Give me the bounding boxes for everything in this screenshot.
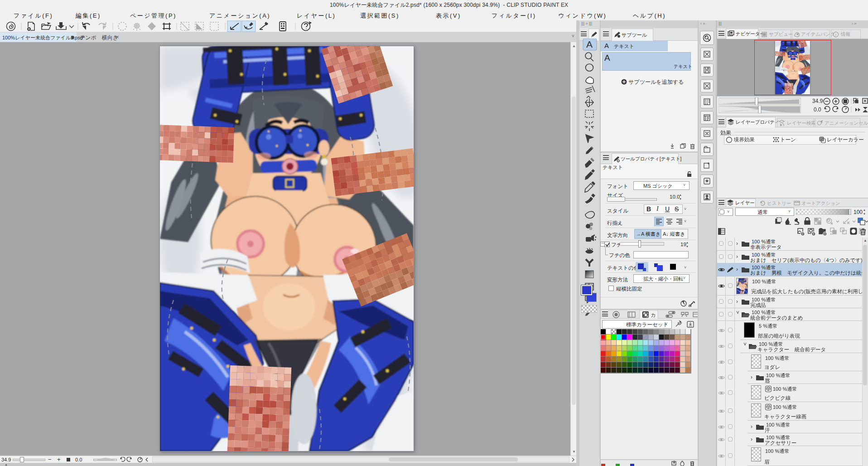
svg-text:カ: カ [651,312,656,318]
svg-text:A: A [586,39,593,49]
